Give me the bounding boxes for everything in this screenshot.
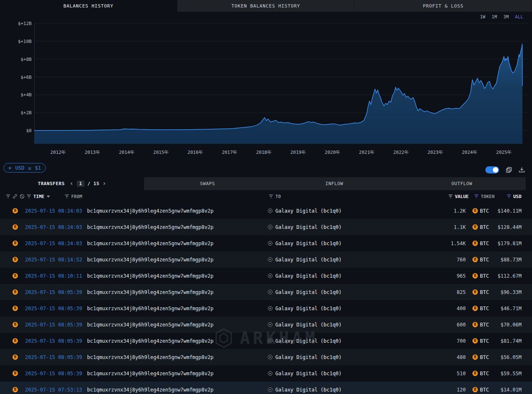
tab-swaps[interactable]: SWAPS [144, 177, 271, 190]
table-row[interactable]: B2025-07-15 08:24:03bc1qmuxrzvnx34j8y6h9… [0, 219, 532, 235]
range-button-1m[interactable]: 1M [492, 15, 497, 19]
tx-time-link[interactable]: 2025-07-15 08:24:03 [25, 235, 82, 251]
from-address[interactable]: bc1qmuxrzvnx34j8y6h9leg4zen5gnw7wmfmgp8v… [87, 219, 213, 235]
table-row[interactable]: B2025-07-15 08:05:39bc1qmuxrzvnx34j8y6h9… [0, 365, 532, 381]
to-entity-link[interactable]: Galaxy Digital (bc1q0) [275, 306, 342, 311]
usd-filter-chip[interactable]: × USD ≥ $1 [3, 163, 46, 173]
table-row[interactable]: B2025-07-15 08:10:11bc1qmuxrzvnx34j8y6h9… [0, 268, 532, 284]
value-column-header[interactable]: VALUE [455, 194, 469, 199]
tx-time-link[interactable]: 2025-07-15 08:05:39 [25, 349, 82, 365]
table-row[interactable]: B2025-07-15 08:05:39bc1qmuxrzvnx34j8y6h9… [0, 284, 532, 300]
from-address[interactable]: bc1qmuxrzvnx34j8y6h9leg4zen5gnw7wmfmgp8v… [87, 381, 213, 394]
top-tab-token-balances-history[interactable]: TOKEN BALANCES HISTORY [177, 0, 355, 12]
ban-icon[interactable] [20, 194, 25, 199]
table-row[interactable]: B2025-07-15 08:05:39bc1qmuxrzvnx34j8y6h9… [0, 333, 532, 349]
tab-inflow[interactable]: INFLOW [271, 177, 398, 190]
current-page: 1 [77, 181, 85, 187]
x-axis-tick: 2025年 [496, 150, 512, 155]
galaxy-digital-icon [268, 225, 272, 229]
tx-time-link[interactable]: 2025-07-15 08:24:03 [25, 203, 82, 219]
value-cell: 400 [412, 300, 466, 316]
token-column-header[interactable]: TOKEN [481, 194, 495, 199]
tx-time-link[interactable]: 2025-07-15 08:05:39 [25, 365, 82, 381]
table-row[interactable]: B2025-07-15 07:53:13bc1qmuxrzvnx34j8y6h9… [0, 381, 532, 394]
tab-bar-filler [526, 177, 532, 190]
from-address[interactable]: bc1qmuxrzvnx34j8y6h9leg4zen5gnw7wmfmgp8v… [87, 316, 213, 333]
galaxy-digital-icon [268, 208, 272, 213]
tab-transfers[interactable]: TRANSFERS ‹ 1 / 15 › [0, 177, 144, 190]
link-icon[interactable] [12, 194, 17, 199]
chevron-down-icon[interactable] [47, 196, 50, 198]
to-entity-link[interactable]: Galaxy Digital (bc1q0) [275, 354, 342, 360]
tx-time-link[interactable]: 2025-07-15 08:24:03 [25, 219, 82, 235]
table-row[interactable]: B2025-07-15 08:24:03bc1qmuxrzvnx34j8y6h9… [0, 203, 532, 219]
tx-time-link[interactable]: 2025-07-15 08:10:11 [25, 268, 82, 284]
tx-time-link[interactable]: 2025-07-15 08:05:39 [25, 284, 82, 300]
download-button[interactable] [519, 167, 525, 173]
from-address[interactable]: bc1qmuxrzvnx34j8y6h9leg4zen5gnw7wmfmgp8v… [87, 235, 213, 251]
y-axis-tick: $+2B [21, 110, 32, 115]
filter-icon[interactable] [448, 194, 453, 198]
table-row[interactable]: B2025-07-15 08:05:39bc1qmuxrzvnx34j8y6h9… [0, 316, 532, 333]
to-entity-link[interactable]: Galaxy Digital (bc1q0) [275, 224, 342, 230]
top-tab-profit-loss[interactable]: PROFIT & LOSS [355, 0, 532, 12]
from-address[interactable]: bc1qmuxrzvnx34j8y6h9leg4zen5gnw7wmfmgp8v… [87, 365, 213, 381]
to-entity-link[interactable]: Galaxy Digital (bc1q0) [275, 241, 342, 246]
x-axis-tick: 2012年 [50, 150, 66, 155]
usd-cell: $59.55M [481, 365, 522, 381]
range-button-all[interactable]: ALL [515, 15, 523, 19]
range-button-3m[interactable]: 3M [503, 15, 509, 19]
from-address[interactable]: bc1qmuxrzvnx34j8y6h9leg4zen5gnw7wmfmgp8v… [87, 203, 213, 219]
table-row[interactable]: B2025-07-15 08:05:39bc1qmuxrzvnx34j8y6h9… [0, 300, 532, 316]
to-entity-link[interactable]: Galaxy Digital (bc1q0) [275, 387, 342, 393]
tx-time-link[interactable]: 2025-07-15 08:05:39 [25, 316, 82, 333]
usd-column-header[interactable]: USD [513, 194, 522, 199]
x-axis-tick: 2022年 [393, 150, 409, 155]
usd-cell: $46.71M [481, 300, 522, 316]
from-address[interactable]: bc1qmuxrzvnx34j8y6h9leg4zen5gnw7wmfmgp8v… [87, 349, 213, 365]
usd-toggle[interactable] [485, 166, 499, 173]
filter-icon-active[interactable] [474, 194, 479, 198]
filter-icon[interactable] [65, 194, 69, 198]
to-entity-link[interactable]: Galaxy Digital (bc1q0) [275, 371, 342, 376]
top-tab-balances-history[interactable]: BALANCES HISTORY [0, 0, 177, 12]
close-icon[interactable]: × [8, 165, 12, 171]
transfers-table-header: TIME FROM TO VALUE TOKEN USD [0, 190, 532, 203]
to-entity-link[interactable]: Galaxy Digital (bc1q0) [275, 338, 342, 344]
from-column-header[interactable]: FROM [71, 194, 82, 199]
prev-page-button[interactable]: ‹ [70, 181, 74, 187]
filter-icon-active[interactable] [507, 194, 511, 198]
galaxy-digital-icon [268, 274, 272, 278]
tx-time-link[interactable]: 2025-07-15 08:05:39 [25, 300, 82, 316]
time-column-header[interactable]: TIME [33, 194, 45, 199]
btc-token-icon: B [472, 354, 478, 360]
from-address[interactable]: bc1qmuxrzvnx34j8y6h9leg4zen5gnw7wmfmgp8v… [87, 284, 213, 300]
table-row[interactable]: B2025-07-15 08:14:52bc1qmuxrzvnx34j8y6h9… [0, 251, 532, 268]
btc-token-icon: B [472, 257, 478, 262]
from-address[interactable]: bc1qmuxrzvnx34j8y6h9leg4zen5gnw7wmfmgp8v… [87, 251, 213, 268]
filter-icon[interactable] [269, 194, 273, 198]
to-entity-link[interactable]: Galaxy Digital (bc1q0) [275, 273, 342, 279]
tx-time-link[interactable]: 2025-07-15 07:53:13 [25, 381, 82, 394]
to-entity-link[interactable]: Galaxy Digital (bc1q0) [275, 289, 342, 295]
tx-time-link[interactable]: 2025-07-15 08:14:52 [25, 251, 82, 268]
to-entity-link[interactable]: Galaxy Digital (bc1q0) [275, 322, 342, 328]
next-page-button[interactable]: › [102, 181, 107, 187]
usd-cell: $179.81M [481, 235, 522, 251]
to-entity-link[interactable]: Galaxy Digital (bc1q0) [275, 208, 342, 214]
tx-time-link[interactable]: 2025-07-15 08:05:39 [25, 333, 82, 349]
filter-icon[interactable] [6, 194, 10, 198]
table-row[interactable]: B2025-07-15 08:05:39bc1qmuxrzvnx34j8y6h9… [0, 349, 532, 365]
y-axis-tick: $+12B [18, 21, 32, 26]
range-button-1w[interactable]: 1W [480, 15, 485, 19]
to-entity-link[interactable]: Galaxy Digital (bc1q0) [275, 257, 342, 263]
filter-icon[interactable] [27, 194, 31, 198]
table-row[interactable]: B2025-07-15 08:24:03bc1qmuxrzvnx34j8y6h9… [0, 235, 532, 251]
copy-button[interactable] [506, 167, 512, 173]
to-column-header[interactable]: TO [275, 194, 281, 199]
from-address[interactable]: bc1qmuxrzvnx34j8y6h9leg4zen5gnw7wmfmgp8v… [87, 333, 213, 349]
from-address[interactable]: bc1qmuxrzvnx34j8y6h9leg4zen5gnw7wmfmgp8v… [87, 268, 213, 284]
tab-outflow[interactable]: OUTFLOW [398, 177, 526, 190]
from-address[interactable]: bc1qmuxrzvnx34j8y6h9leg4zen5gnw7wmfmgp8v… [87, 300, 213, 316]
usd-cell: $14.01M [481, 381, 522, 394]
